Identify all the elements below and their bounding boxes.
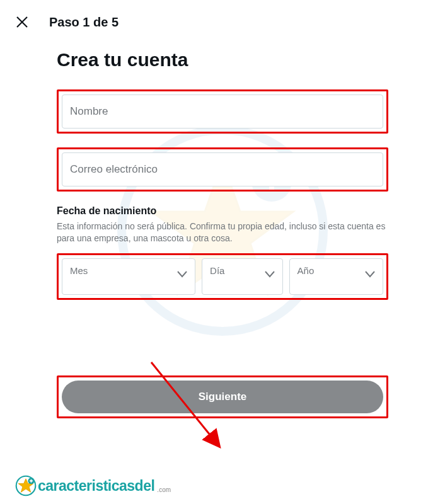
dob-selects-highlight: Mes Día Año [57,253,388,300]
name-field-highlight: Nombre [57,89,388,134]
month-select[interactable]: Mes [62,258,195,295]
chevron-down-icon [263,268,276,280]
footer-attribution: caracteristicasdel .com [15,475,171,496]
chevron-down-icon [176,268,188,280]
dob-section: Fecha de nacimiento Esta información no … [57,205,388,300]
close-icon [16,16,28,28]
name-label: Nombre [70,105,108,118]
svg-rect-13 [30,481,33,482]
star-icon [15,475,37,496]
day-label: Día [210,265,224,276]
step-indicator: Paso 1 de 5 [49,15,118,30]
page-title: Crea tu cuenta [57,49,388,71]
month-label: Mes [70,265,88,276]
footer-tld: .com [157,486,171,493]
footer-brand-text: caracteristicasdel [38,478,154,495]
chevron-down-icon [364,268,376,280]
email-input[interactable]: Correo electrónico [62,152,383,186]
dob-title: Fecha de nacimiento [57,205,388,217]
dob-description: Esta información no será pública. Confir… [57,220,388,244]
year-label: Año [298,265,315,276]
close-button[interactable] [13,13,32,32]
header-bar: Paso 1 de 5 [0,0,445,38]
day-select[interactable]: Día [202,258,283,295]
email-label: Correo electrónico [70,163,158,176]
next-button-highlight: Siguiente [57,375,388,418]
name-input[interactable]: Nombre [62,94,383,129]
next-button[interactable]: Siguiente [62,381,383,413]
year-select[interactable]: Año [289,258,383,295]
email-field-highlight: Correo electrónico [57,147,388,192]
